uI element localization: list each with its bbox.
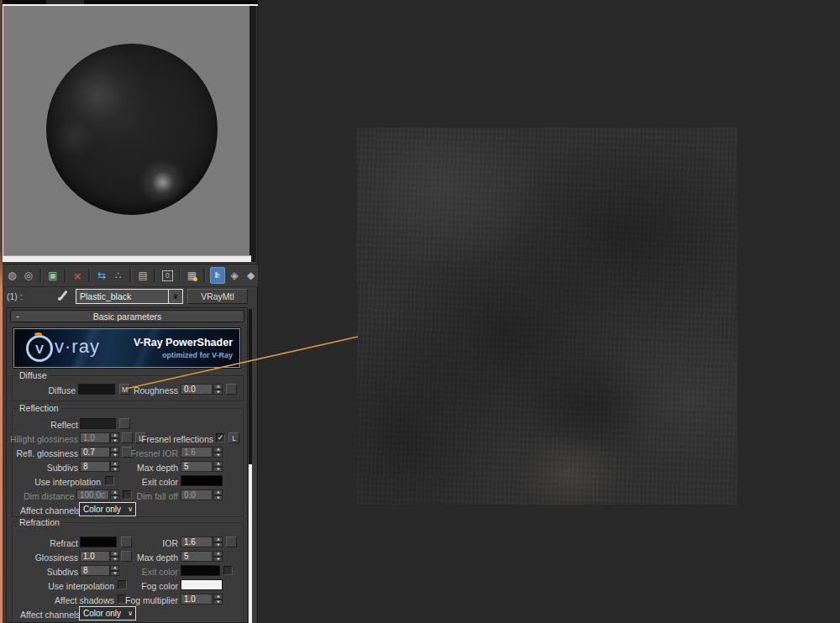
material-sample-slot[interactable]: [2, 6, 256, 262]
ior-field[interactable]: 1.6: [181, 537, 213, 547]
vray-logo-arc: [34, 332, 42, 336]
refraction-glossiness-spinner[interactable]: [110, 551, 119, 562]
ior-spinner[interactable]: [213, 537, 223, 547]
reflection-affect-channels-dropdown[interactable]: Color only ∨: [79, 502, 136, 516]
dim-distance-field[interactable]: 100.0c: [76, 490, 109, 500]
refraction-glossiness-label: Glossiness: [28, 552, 78, 563]
rollout-collapse-icon[interactable]: -: [16, 311, 19, 321]
reflection-exit-color-swatch[interactable]: [181, 475, 223, 486]
reflect-map-button[interactable]: [119, 418, 130, 429]
show-shaded-material-in-viewport-icon[interactable]: ▦: [185, 268, 198, 283]
fresnel-ior-field[interactable]: 1.6: [181, 447, 213, 458]
bulb-dot: [193, 277, 197, 281]
diffuse-group-label: Diffuse: [17, 370, 50, 380]
reset-material-icon[interactable]: ×: [71, 268, 84, 283]
refraction-affect-channels-dropdown[interactable]: Color only ∨: [79, 606, 136, 620]
assign-material-to-selection-icon[interactable]: ▣: [46, 268, 60, 283]
make-material-copy-icon[interactable]: ⇆: [95, 268, 108, 283]
refraction-max-depth-field[interactable]: 5: [181, 551, 213, 562]
chevron-down-icon: ∨: [128, 505, 133, 513]
reflection-use-interpolation-label: Use interpolation: [30, 477, 101, 487]
show-end-result-glyph: ‖↑: [215, 272, 220, 280]
refract-color-swatch[interactable]: [80, 537, 117, 547]
reflection-max-depth-field[interactable]: 5: [181, 461, 213, 472]
reflection-subdivs-field[interactable]: 8: [80, 461, 110, 472]
refract-map-button[interactable]: [121, 537, 132, 547]
reflect-color-swatch[interactable]: [80, 418, 116, 429]
reflection-affect-channels-value: Color only: [83, 505, 121, 514]
put-material-to-scene-icon[interactable]: ◎: [21, 268, 34, 283]
window-left-accent-border: [0, 0, 3, 623]
dim-fall-off-spinner[interactable]: [213, 490, 223, 500]
chevron-down-icon: ∨: [128, 610, 133, 617]
refraction-subdivs-spinner[interactable]: [110, 565, 119, 576]
diffuse-map-texture-preview[interactable]: [357, 128, 738, 505]
reflection-group-label: Reflection: [17, 403, 61, 413]
refraction-use-interpolation-checkbox[interactable]: [118, 580, 127, 589]
toolbar-separator: [203, 269, 206, 282]
chevron-down-icon[interactable]: ∨: [168, 290, 182, 303]
pick-material-from-object-icon[interactable]: [57, 289, 71, 302]
put-to-library-icon[interactable]: ▤: [136, 268, 150, 283]
rollout-scrollbar[interactable]: [249, 309, 252, 623]
refraction-group-label: Refraction: [17, 517, 62, 527]
hilight-glossiness-field[interactable]: 1.0: [80, 432, 110, 443]
reflection-max-depth-spinner[interactable]: [213, 461, 223, 472]
fog-multiplier-field[interactable]: 1.0: [181, 594, 213, 605]
basic-parameters-rollout-header[interactable]: - Basic parameters: [10, 310, 244, 322]
reflection-use-interpolation-checkbox[interactable]: [105, 476, 114, 485]
3dsmax-workspace: ◍ ◎ ▣ × ⇆ ∴ ▤ 0 ▦ ‖↑ ◈ ◆ (1) : Plastic_b…: [0, 0, 840, 623]
refraction-exit-color-checkbox[interactable]: [223, 566, 233, 575]
hilight-glossiness-map-button[interactable]: [122, 432, 133, 443]
material-id-glyph: 0: [162, 270, 173, 281]
fresnel-ior-spinner[interactable]: [213, 447, 223, 458]
dim-fall-off-field[interactable]: 0.0: [181, 490, 213, 500]
fog-multiplier-label: Fog multiplier: [123, 595, 178, 605]
vray-logo-text: v·ray: [55, 336, 100, 358]
show-end-result-icon[interactable]: ‖↑: [210, 267, 225, 284]
go-to-parent-icon[interactable]: ◈: [228, 268, 241, 283]
material-type-button[interactable]: VRayMtl: [187, 289, 248, 304]
reflect-label: Reflect: [36, 420, 78, 430]
refraction-exit-color-swatch[interactable]: [181, 565, 220, 576]
roughness-map-button[interactable]: [226, 384, 237, 395]
material-editor-toolbar: ◍ ◎ ▣ × ⇆ ∴ ▤ 0 ▦ ‖↑ ◈ ◆: [0, 264, 258, 287]
diffuse-color-swatch[interactable]: [78, 384, 115, 395]
refraction-glossiness-field[interactable]: 1.0: [80, 551, 110, 562]
go-forward-to-sibling-icon[interactable]: ◆: [244, 268, 257, 283]
ior-label: IOR: [151, 538, 178, 548]
refraction-use-interpolation-label: Use interpolation: [44, 581, 114, 591]
ior-map-button[interactable]: [226, 537, 237, 547]
hilight-glossiness-spinner[interactable]: [110, 432, 119, 443]
fresnel-reflections-checkbox[interactable]: ✓: [216, 433, 225, 442]
toolbar-separator: [64, 269, 66, 282]
roughness-spinner[interactable]: [213, 384, 223, 395]
fresnel-ior-lock-button[interactable]: L: [228, 432, 239, 443]
refl-glossiness-field[interactable]: 0.7: [80, 447, 110, 458]
refl-glossiness-spinner[interactable]: [110, 447, 119, 458]
sample-slot-right-edge: [249, 6, 256, 262]
fog-multiplier-spinner[interactable]: [213, 594, 223, 605]
material-name-dropdown[interactable]: Plastic_black ∨: [76, 289, 183, 304]
refract-label: Refract: [36, 538, 78, 548]
sample-slot-scrollbar[interactable]: [3, 255, 251, 262]
banner-title: V-Ray PowerShader: [134, 337, 233, 348]
refraction-max-depth-spinner[interactable]: [213, 551, 223, 562]
refraction-subdivs-field[interactable]: 8: [80, 565, 110, 576]
get-material-icon[interactable]: ◍: [5, 268, 18, 283]
reflection-subdivs-spinner[interactable]: [110, 461, 119, 472]
refraction-subdivs-label: Subdivs: [36, 567, 78, 577]
fresnel-reflections-label: Fresnel reflections: [141, 434, 213, 444]
rollout-scrollbar-thumb[interactable]: [249, 464, 252, 623]
reflection-max-depth-label: Max depth: [126, 463, 178, 473]
reflection-exit-color-label: Exit color: [133, 477, 178, 487]
hilight-glossiness-label: Hilight glossiness: [7, 434, 78, 444]
fog-color-swatch[interactable]: [181, 579, 223, 590]
vray-logo-icon: V: [26, 335, 53, 362]
toolbar-separator: [88, 269, 91, 282]
dim-distance-spinner[interactable]: [110, 490, 119, 500]
roughness-field[interactable]: 0.0: [181, 384, 213, 395]
make-unique-icon[interactable]: ∴: [112, 268, 125, 283]
refraction-affect-channels-label: Affect channels: [20, 610, 77, 620]
material-id-channel-icon[interactable]: 0: [160, 268, 174, 283]
